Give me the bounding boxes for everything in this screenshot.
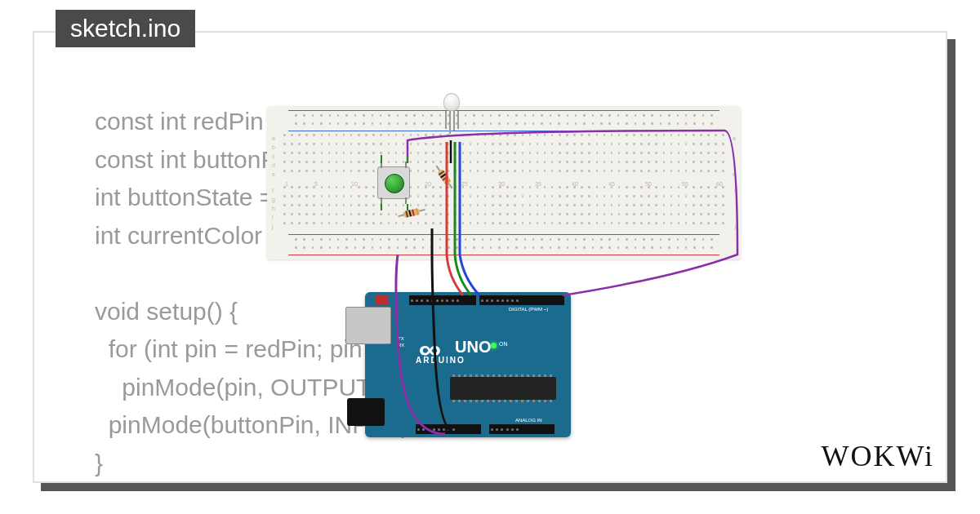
reset-button[interactable] [375,295,388,305]
circuit-canvas[interactable]: a b c d e f g h i j a e f j 1 5 10 15 20… [267,82,839,465]
on-label: ON [499,341,508,347]
header-bottom-left[interactable] [416,424,481,434]
file-tab[interactable]: sketch.ino [56,10,195,47]
board-model: UNO [455,338,491,357]
power-rail-top [275,111,733,131]
wokwi-logo: WOKWi [821,439,934,473]
rgb-led[interactable] [443,93,461,116]
header-top-right[interactable] [479,295,564,305]
editor-card: const int redPin = 9, greenPin = 10, blu… [33,31,947,483]
power-rail-bottom [275,235,733,255]
breadboard[interactable]: a b c d e f g h i j a e f j 1 5 10 15 20… [267,106,741,259]
arduino-uno[interactable]: ∞ UNO ARDUINO ON TX RX DIGITAL (PWM ~) A… [365,292,571,437]
rx-label: RX [398,343,404,348]
usb-port-icon [345,307,391,344]
power-jack-icon [347,398,385,426]
led-bulb-icon [443,93,460,111]
pushbutton[interactable] [377,166,410,199]
analog-label: ANALOG IN [515,418,542,423]
tie-lower [283,186,724,232]
mcu-chip-icon [450,377,556,400]
header-bottom-right[interactable] [489,424,555,434]
power-led-icon [491,343,497,348]
header-top-left[interactable] [409,295,476,305]
digital-label: DIGITAL (PWM ~) [509,307,548,312]
arduino-board [365,292,571,437]
board-brand: ARDUINO [416,356,466,365]
tx-label: TX [398,336,404,341]
tie-upper [283,134,724,179]
